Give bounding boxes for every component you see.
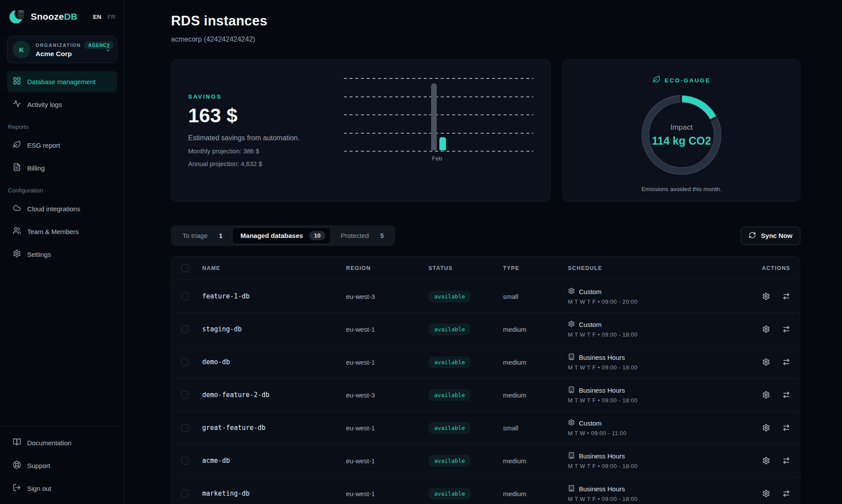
- row-swap-button[interactable]: [782, 424, 790, 432]
- db-name: feature-1-db: [202, 292, 346, 300]
- db-type: small: [503, 293, 568, 300]
- row-checkbox[interactable]: [181, 424, 189, 432]
- sidebar-item-label: Documentation: [27, 439, 71, 447]
- column-header-schedule: SCHEDULE: [568, 265, 742, 271]
- db-region: eu-west-1: [346, 358, 428, 366]
- db-schedule: Custom M T W T F • 09:00 - 18:00: [568, 320, 742, 338]
- sidebar-footer: Documentation Support Sign out: [0, 426, 124, 504]
- db-schedule: Custom M T W • 09:00 - 11:00: [568, 419, 742, 437]
- row-settings-button[interactable]: [762, 457, 770, 465]
- row-checkbox[interactable]: [181, 490, 189, 497]
- row-checkbox[interactable]: [181, 457, 189, 465]
- status-badge: available: [428, 291, 471, 302]
- tab-managed-databases[interactable]: Managed databases 10: [232, 227, 331, 244]
- lang-fr-button[interactable]: FR: [107, 14, 115, 20]
- db-type: medium: [503, 490, 568, 497]
- eco-gauge-title: ECO-GAUGE: [665, 77, 711, 84]
- eco-donut-chart: Impact 114 kg CO2: [639, 92, 724, 178]
- db-name: demo-db: [202, 358, 346, 366]
- cloud-icon: [13, 204, 21, 213]
- db-schedule: Business Hours M T W T F • 09:00 - 18:00: [568, 485, 742, 502]
- sidebar-item-label: Settings: [27, 251, 51, 258]
- tab-protected[interactable]: Protected 5: [331, 228, 393, 243]
- users-icon: [13, 227, 21, 236]
- db-type: medium: [503, 326, 568, 333]
- db-type: medium: [503, 391, 568, 399]
- row-checkbox[interactable]: [181, 325, 189, 333]
- db-region: eu-west-1: [346, 457, 428, 465]
- building-icon: [568, 452, 575, 460]
- sidebar-item-settings[interactable]: Settings: [7, 244, 117, 265]
- chart-gridline: [344, 133, 533, 134]
- activity-icon: [13, 99, 21, 109]
- select-all-checkbox[interactable]: [181, 264, 189, 272]
- db-name: marketing-db: [202, 490, 346, 497]
- db-region: eu-west-1: [346, 490, 428, 497]
- gear-icon: [568, 419, 575, 427]
- row-swap-button[interactable]: [782, 325, 790, 333]
- chart-x-tick-feb: Feb: [432, 155, 442, 162]
- page-subtitle: acmecorp (424242424242): [171, 35, 800, 43]
- grid-icon: [13, 77, 21, 86]
- building-icon: [568, 485, 575, 493]
- row-settings-button[interactable]: [762, 292, 770, 300]
- gear-icon: [568, 320, 575, 329]
- row-checkbox[interactable]: [181, 292, 189, 300]
- db-region: eu-west-1: [346, 424, 428, 432]
- refresh-icon: [749, 231, 756, 240]
- sidebar-item-activity-logs[interactable]: Activity logs: [7, 94, 117, 115]
- gear-icon: [13, 249, 21, 259]
- page-title: RDS instances: [171, 13, 800, 29]
- row-swap-button[interactable]: [782, 358, 790, 366]
- status-badge: available: [428, 488, 471, 500]
- life-buoy-icon: [13, 461, 21, 470]
- row-settings-button[interactable]: [762, 325, 770, 333]
- column-header-status: STATUS: [428, 265, 503, 271]
- status-badge: available: [428, 323, 471, 335]
- row-settings-button[interactable]: [762, 358, 770, 366]
- log-out-icon: [13, 483, 21, 493]
- monthly-projection: Monthly projection: 386 $: [188, 148, 339, 155]
- db-type: medium: [503, 457, 568, 465]
- sidebar-item-esg-report[interactable]: ESG report: [7, 135, 117, 156]
- org-eyebrow-label: ORGANIZATION: [36, 43, 81, 48]
- savings-card: SAVINGS 163 $ Estimated savings from aut…: [171, 59, 550, 202]
- gear-icon: [568, 287, 575, 296]
- tab-to-triage[interactable]: To triage 1: [173, 228, 232, 243]
- chart-gridline: [344, 78, 533, 79]
- lang-en-button[interactable]: EN: [93, 14, 101, 20]
- row-swap-button[interactable]: [782, 391, 790, 399]
- sidebar-item-billing[interactable]: Billing: [7, 157, 117, 178]
- sidebar-nav: Database management Activity logs Report…: [7, 71, 117, 266]
- sidebar-item-database-management[interactable]: Database management: [7, 71, 117, 92]
- db-name: great-feature-db: [202, 424, 346, 432]
- sync-now-button[interactable]: Sync Now: [741, 227, 800, 245]
- row-settings-button[interactable]: [762, 424, 770, 432]
- sidebar-item-support[interactable]: Support: [7, 455, 117, 476]
- row-swap-button[interactable]: [782, 457, 790, 465]
- sidebar-item-label: Sign out: [27, 485, 51, 492]
- snoozedb-logo-icon: [8, 7, 26, 27]
- table-row: demo-feature-2-db eu-west-3 available me…: [171, 378, 800, 411]
- db-schedule: Business Hours M T W T F • 09:00 - 18:00: [568, 353, 742, 371]
- brand-name: SnoozeDB: [31, 11, 78, 22]
- row-swap-button[interactable]: [782, 292, 790, 300]
- savings-amount: 163 $: [188, 104, 339, 127]
- table-row: staging-db eu-west-1 available medium Cu…: [171, 312, 800, 345]
- sidebar-item-sign-out[interactable]: Sign out: [7, 478, 117, 499]
- row-checkbox[interactable]: [181, 391, 189, 399]
- sidebar-item-label: Support: [27, 462, 50, 469]
- row-settings-button[interactable]: [762, 391, 770, 399]
- row-settings-button[interactable]: [762, 490, 770, 497]
- sidebar-item-documentation[interactable]: Documentation: [7, 432, 117, 453]
- sidebar-section-configuration: Configuration: [8, 187, 116, 194]
- sidebar-item-team-members[interactable]: Team & Members: [7, 221, 117, 242]
- document-icon: [13, 163, 21, 173]
- leaf-icon: [13, 140, 21, 150]
- status-badge: available: [428, 422, 471, 434]
- row-swap-button[interactable]: [782, 490, 790, 497]
- row-checkbox[interactable]: [181, 358, 189, 366]
- table-tabs: To triage 1 Managed databases 10 Protect…: [171, 225, 395, 246]
- sidebar-item-cloud-integrations[interactable]: Cloud integrations: [7, 198, 117, 219]
- organization-selector[interactable]: K ORGANIZATION AGENCY Acme Corp: [7, 36, 117, 63]
